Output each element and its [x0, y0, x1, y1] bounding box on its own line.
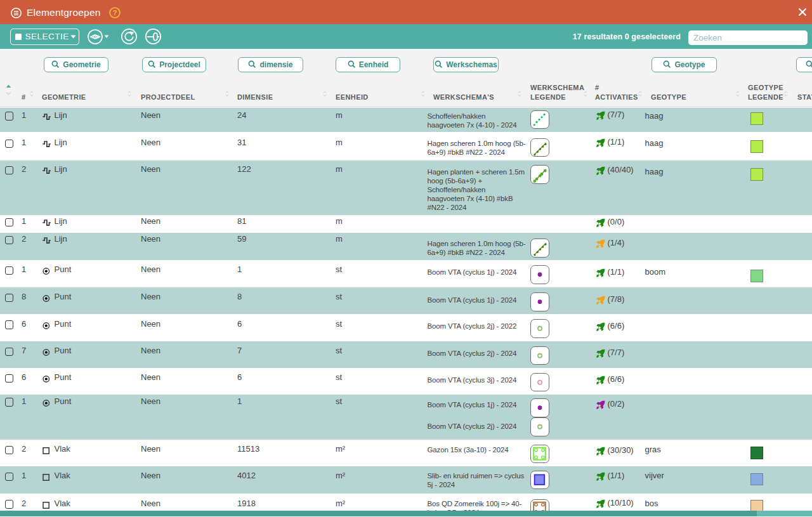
svg-text:?: ? — [112, 9, 117, 16]
